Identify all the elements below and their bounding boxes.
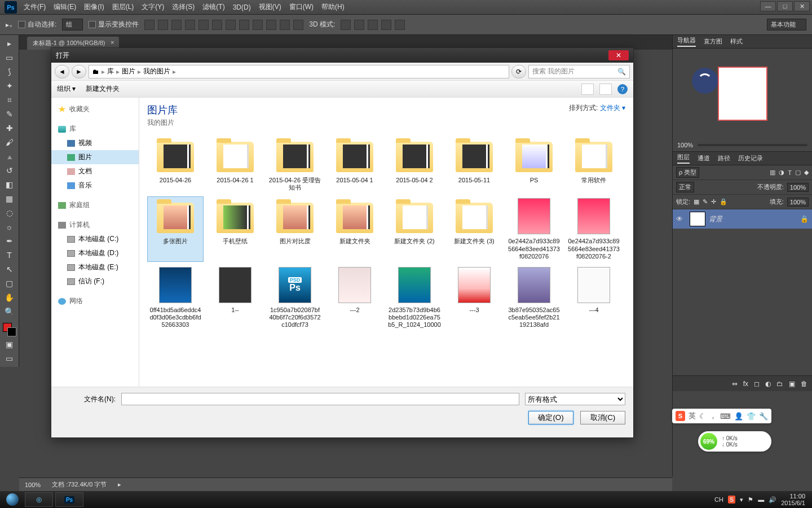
start-button[interactable]: [2, 492, 23, 507]
file-item[interactable]: 1--: [207, 265, 263, 331]
tab-paths[interactable]: 路径: [718, 154, 730, 163]
brush-tool[interactable]: 🖌: [2, 136, 17, 148]
filter-icon[interactable]: T: [788, 169, 792, 176]
new-layer-icon[interactable]: ▣: [789, 380, 795, 388]
sidebar-homegroup[interactable]: 家庭组: [69, 200, 90, 210]
eraser-tool[interactable]: ◧: [2, 178, 17, 191]
file-item[interactable]: 新建文件夹: [326, 196, 383, 262]
layer-kind-filter[interactable]: ρ 类型: [676, 167, 699, 178]
file-item[interactable]: 0e2442a7d933c895664e83eed41373f08202076: [506, 196, 562, 262]
new-folder-button[interactable]: 新建文件夹: [86, 84, 120, 94]
filename-input[interactable]: [121, 393, 519, 405]
zoom-tool[interactable]: 🔍: [2, 305, 17, 318]
trash-icon[interactable]: 🗑: [801, 380, 807, 388]
quickmask-tool[interactable]: ▣: [2, 338, 17, 351]
sidebar-item-music[interactable]: 音乐: [51, 178, 139, 192]
mode3d-icon[interactable]: [341, 20, 351, 30]
status-menu-icon[interactable]: ▸: [118, 481, 121, 488]
mode3d-icon[interactable]: [368, 20, 378, 30]
tray-icon[interactable]: ⚑: [748, 496, 753, 503]
window-close[interactable]: ✕: [794, 1, 810, 11]
file-item[interactable]: 2015-04-26 1: [207, 135, 263, 193]
speed-widget[interactable]: 69% ↑ 0K/s ↓ 0K/s: [698, 431, 771, 452]
dodge-tool[interactable]: ☼: [2, 221, 17, 233]
align-icon[interactable]: [158, 20, 168, 30]
group-icon[interactable]: 🗀: [776, 380, 783, 388]
sidebar-computer[interactable]: 计算机: [69, 220, 90, 230]
screenmode-tool[interactable]: ▭: [2, 352, 17, 365]
file-item[interactable]: 2015-05-11: [446, 135, 502, 193]
auto-select-checkbox[interactable]: [18, 21, 25, 28]
sidebar-item-pictures[interactable]: 图片: [51, 150, 139, 164]
ime-bar[interactable]: S 英 ☾， ⌨ 👤 👕 🔧: [672, 409, 771, 423]
sidebar-drive-d[interactable]: 本地磁盘 (D:): [51, 246, 139, 260]
history-tool[interactable]: ↺: [2, 164, 17, 177]
mode3d-icon[interactable]: [381, 20, 391, 30]
distribute-icon[interactable]: [239, 20, 249, 30]
file-item[interactable]: ---3: [446, 265, 502, 331]
file-item[interactable]: 2015-04-26: [147, 135, 204, 193]
lock-icon[interactable]: 🔒: [720, 198, 727, 205]
link-icon[interactable]: ⇔: [732, 380, 738, 388]
cancel-button[interactable]: 取消(C): [580, 411, 625, 424]
gradient-tool[interactable]: ▦: [2, 192, 17, 205]
sidebar-favorites[interactable]: 收藏夹: [69, 104, 90, 114]
menu-layer[interactable]: 图层(L): [112, 2, 134, 12]
mode3d-icon[interactable]: [395, 20, 405, 30]
workspace-switcher[interactable]: 基本功能: [767, 19, 806, 30]
heal-tool[interactable]: ✚: [2, 122, 17, 134]
breadcrumb[interactable]: 🖿 ▸ 库▸ 图片▸ 我的图片▸: [89, 65, 509, 78]
menu-edit[interactable]: 编辑(E): [54, 2, 76, 12]
sidebar-libraries[interactable]: 库: [69, 124, 76, 134]
nav-back-button[interactable]: ◄: [55, 65, 69, 78]
crop-tool[interactable]: ⌗: [2, 94, 17, 106]
tray-ime-icon[interactable]: S: [728, 496, 735, 503]
file-item[interactable]: 2d2357b73d9b4b6bbebd1d0226ea75b5_R_1024_…: [386, 265, 443, 331]
lock-icon[interactable]: ✎: [703, 198, 708, 205]
menu-select[interactable]: 选择(S): [172, 2, 195, 12]
filter-icon[interactable]: ◑: [779, 169, 784, 176]
file-item[interactable]: PSDPs1c950a7b02087bf40b6f7c20f6d3572c10d…: [267, 265, 323, 331]
sort-dropdown[interactable]: 文件夹 ▾: [600, 104, 625, 112]
menu-type[interactable]: 文字(Y): [142, 2, 164, 12]
tray-clock[interactable]: 11:00 2015/6/1: [781, 493, 805, 506]
file-item[interactable]: 手机壁纸: [207, 196, 263, 262]
opacity-value[interactable]: 100%: [787, 183, 809, 192]
taskbar-app[interactable]: ◎: [25, 492, 53, 507]
sidebar-drive-e[interactable]: 本地磁盘 (E:): [51, 260, 139, 274]
file-item[interactable]: 2015-05-04 2: [386, 135, 443, 193]
adjustment-icon[interactable]: ◐: [765, 380, 771, 388]
blur-tool[interactable]: ◌: [2, 207, 17, 219]
menu-filter[interactable]: 滤镜(T): [202, 2, 224, 12]
file-item[interactable]: ---4: [566, 265, 622, 331]
align-icon[interactable]: [185, 20, 195, 30]
move-tool[interactable]: ▸: [2, 37, 17, 50]
crumb-mypictures[interactable]: 我的图片: [143, 67, 170, 76]
ok-button[interactable]: 确定(O): [528, 411, 573, 424]
help-icon[interactable]: ?: [617, 84, 628, 94]
lasso-tool[interactable]: ⟆: [2, 65, 17, 78]
menu-view[interactable]: 视图(V): [259, 2, 281, 12]
file-item[interactable]: 0e2442a7d933c895664e83eed41373f08202076-…: [566, 196, 622, 262]
show-transform-checkbox[interactable]: [89, 21, 96, 28]
menu-image[interactable]: 图像(I): [84, 2, 104, 12]
tab-navigator[interactable]: 导航器: [677, 36, 696, 47]
file-item[interactable]: 常用软件: [566, 135, 622, 193]
distribute-icon[interactable]: [293, 20, 303, 30]
filter-icon[interactable]: ▢: [795, 169, 801, 176]
shirt-icon[interactable]: 👕: [747, 412, 756, 421]
menu-3d[interactable]: 3D(D): [233, 3, 251, 11]
marquee-tool[interactable]: ▭: [2, 51, 17, 64]
tray-lang[interactable]: CH: [714, 496, 723, 503]
lock-icon[interactable]: ▦: [694, 198, 699, 205]
auto-select-dropdown[interactable]: 组: [62, 19, 83, 30]
distribute-icon[interactable]: [253, 20, 263, 30]
search-input[interactable]: 搜索 我的图片 🔍: [528, 65, 630, 78]
view-button[interactable]: [581, 84, 594, 95]
nav-forward-button[interactable]: ►: [72, 65, 86, 78]
sidebar-item-documents[interactable]: 文档: [51, 164, 139, 178]
wrench-icon[interactable]: 🔧: [759, 412, 768, 421]
keyboard-icon[interactable]: ⌨: [720, 412, 731, 421]
file-item[interactable]: 新建文件夹 (2): [386, 196, 443, 262]
align-icon[interactable]: [171, 20, 182, 30]
